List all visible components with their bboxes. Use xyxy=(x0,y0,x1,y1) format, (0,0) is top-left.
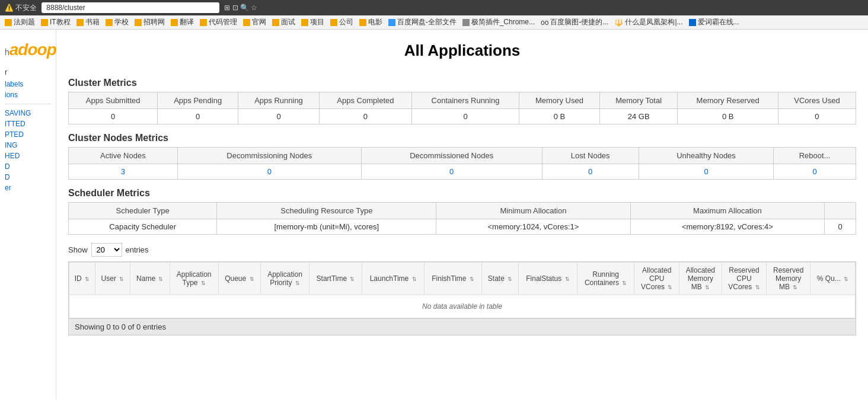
col-apps-running: Apps Running xyxy=(238,92,320,109)
val-lost-nodes[interactable]: 0 xyxy=(542,164,639,180)
app-col-running-containers[interactable]: RunningContainers ⇅ xyxy=(577,263,634,295)
app-col-finalstatus[interactable]: FinalStatus ⇅ xyxy=(519,263,577,295)
bookmark-daima[interactable]: 代码管理 xyxy=(200,17,237,27)
address-bar[interactable]: 8888/cluster xyxy=(42,2,219,13)
sort-arrows-reserved-memory: ⇅ xyxy=(793,284,797,290)
sort-arrows-finishtime: ⇅ xyxy=(470,276,474,282)
val-apps-submitted: 0 xyxy=(69,109,158,124)
app-col-queue[interactable]: Queue ⇅ xyxy=(218,263,260,295)
app-col-finishtime[interactable]: FinishTime ⇅ xyxy=(425,263,482,295)
page-wrapper: hadoop r labels ions SAVING ITTED PTED I… xyxy=(0,30,868,400)
app-col-application-priority[interactable]: ApplicationPriority ⇅ xyxy=(260,263,309,295)
val-minimum-allocation: <memory:1024, vCores:1> xyxy=(436,219,630,235)
bookmark-xuexiao[interactable]: 学校 xyxy=(106,17,129,27)
bookmark-icon-11 xyxy=(330,19,337,26)
entries-select[interactable]: 10 20 50 100 xyxy=(91,243,122,257)
bookmark-guanwang[interactable]: 官网 xyxy=(243,17,266,27)
app-col-percent-queue[interactable]: % Qu... ⇅ xyxy=(810,263,856,295)
app-col-starttime[interactable]: StartTime ⇅ xyxy=(309,263,362,295)
lost-nodes-link[interactable]: 0 xyxy=(588,167,592,176)
val-decommissioning-nodes[interactable]: 0 xyxy=(177,164,361,180)
rebooted-nodes-link[interactable]: 0 xyxy=(812,167,816,176)
bookmark-icon-1 xyxy=(5,19,12,26)
sort-arrows-memory: ⇅ xyxy=(705,284,710,290)
sidebar-divider xyxy=(5,104,51,104)
applications-table: ID ⇅ User ⇅ Name ⇅ ApplicationType ⇅ Que… xyxy=(69,262,856,318)
cluster-nodes-table: Active Nodes Decommissioning Nodes Decom… xyxy=(68,147,856,180)
sidebar-link-hed[interactable]: HED xyxy=(0,151,56,161)
col-vcores-used: VCores Used xyxy=(778,92,856,109)
col-scheduler-extra xyxy=(825,203,856,219)
app-col-allocated-cpu[interactable]: AllocatedCPUVCores ⇅ xyxy=(634,263,679,295)
sidebar-link-d2[interactable]: D xyxy=(0,172,56,183)
sort-arrows-launchtime: ⇅ xyxy=(412,276,417,282)
sidebar-link-d1[interactable]: D xyxy=(0,161,56,172)
app-col-allocated-memory[interactable]: AllocatedMemoryMB ⇅ xyxy=(679,263,722,295)
unhealthy-nodes-link[interactable]: 0 xyxy=(704,167,708,176)
col-unhealthy-nodes: Unhealthy Nodes xyxy=(639,148,773,164)
bookmark-icon-7 xyxy=(200,19,207,26)
val-memory-reserved: 0 B xyxy=(678,109,778,124)
browser-icons: ⊞ ⊡ 🔍 ☆ xyxy=(224,4,257,12)
sort-arrows-finalstatus: ⇅ xyxy=(565,276,570,282)
col-decommissioning-nodes: Decommissioning Nodes xyxy=(177,148,361,164)
page-title: All Applications xyxy=(68,30,856,69)
bookmark-shujing[interactable]: 书籍 xyxy=(76,17,100,27)
sidebar-link-er[interactable]: er xyxy=(0,183,56,193)
decommissioning-nodes-link[interactable]: 0 xyxy=(267,167,272,176)
val-active-nodes[interactable]: 3 xyxy=(69,164,178,180)
bookmark-zhaopinwang[interactable]: 招聘网 xyxy=(135,17,165,27)
app-col-reserved-memory[interactable]: ReservedMemoryMB ⇅ xyxy=(767,263,810,295)
bookmark-fanyi[interactable]: 翻译 xyxy=(171,17,194,27)
app-col-application-type[interactable]: ApplicationType ⇅ xyxy=(170,263,218,295)
no-data-row: No data available in table xyxy=(69,295,856,318)
col-apps-completed: Apps Completed xyxy=(319,92,411,109)
bookmark-fenghuang[interactable]: 🔱 什么是凤凰架构|... xyxy=(614,17,682,27)
col-scheduler-type: Scheduler Type xyxy=(69,203,217,219)
bookmark-icon-13 xyxy=(388,19,395,26)
sort-arrows-priority: ⇅ xyxy=(295,280,300,286)
sidebar-link-labels[interactable]: labels xyxy=(0,79,56,89)
app-col-reserved-cpu[interactable]: ReservedCPUVCores ⇅ xyxy=(722,263,767,295)
val-decommissioned-nodes[interactable]: 0 xyxy=(361,164,542,180)
col-containers-running: Containers Running xyxy=(411,92,519,109)
bookmark-jijian[interactable]: 极简插件_Chrome... xyxy=(462,17,535,27)
sort-arrows-state: ⇅ xyxy=(508,276,512,282)
showing-text: Showing 0 to 0 of 0 entries xyxy=(68,319,856,335)
active-nodes-link[interactable]: 3 xyxy=(121,167,125,176)
sort-arrows-cpu: ⇅ xyxy=(668,284,672,290)
scheduler-metrics-table: Scheduler Type Scheduling Resource Type … xyxy=(68,202,856,235)
sidebar-link-saving[interactable]: SAVING xyxy=(0,108,56,119)
bookmark-gongsi[interactable]: 公司 xyxy=(330,17,353,27)
bookmark-xiangmu[interactable]: 项目 xyxy=(301,17,324,27)
sort-arrows-type: ⇅ xyxy=(201,280,206,286)
bookmark-baidu-pan[interactable]: 百度网盘-全部文件 xyxy=(388,17,457,27)
sidebar-logo: hadoop xyxy=(0,34,56,65)
col-memory-total: Memory Total xyxy=(599,92,678,109)
bookmark-dianying[interactable]: 电影 xyxy=(359,17,382,27)
val-maximum-allocation: <memory:8192, vCores:4> xyxy=(630,219,824,235)
app-col-launchtime[interactable]: LaunchTime ⇅ xyxy=(362,263,425,295)
sidebar-link-ions[interactable]: ions xyxy=(0,89,56,100)
bookmark-itjiaocheng[interactable]: IT教程 xyxy=(41,17,71,27)
applications-table-wrapper: ID ⇅ User ⇅ Name ⇅ ApplicationType ⇅ Que… xyxy=(68,261,856,319)
decommissioned-nodes-link[interactable]: 0 xyxy=(449,167,454,176)
app-col-state[interactable]: State ⇅ xyxy=(481,263,518,295)
app-col-name[interactable]: Name ⇅ xyxy=(130,263,170,295)
sort-arrows-containers: ⇅ xyxy=(622,280,627,286)
bookmark-mianshi[interactable]: 面试 xyxy=(272,17,295,27)
bookmark-fazeti[interactable]: 法则题 xyxy=(5,17,35,27)
bookmark-icon-17 xyxy=(689,19,696,26)
sidebar-link-ing[interactable]: ING xyxy=(0,140,56,151)
bookmark-icon-4 xyxy=(106,19,113,26)
sidebar-link-itted[interactable]: ITTED xyxy=(0,119,56,129)
app-col-id[interactable]: ID ⇅ xyxy=(69,263,95,295)
app-col-user[interactable]: User ⇅ xyxy=(95,263,130,295)
bookmark-icon-2 xyxy=(41,19,48,26)
sidebar-link-pted[interactable]: PTED xyxy=(0,129,56,140)
bookmark-aiciba[interactable]: 爱词霸在线... xyxy=(689,17,739,27)
scheduler-metrics-title: Scheduler Metrics xyxy=(68,188,856,199)
val-rebooted-nodes[interactable]: 0 xyxy=(774,164,856,180)
bookmark-baidu-naotu[interactable]: oo 百度脑图-便捷的... xyxy=(541,17,608,27)
val-unhealthy-nodes[interactable]: 0 xyxy=(639,164,773,180)
